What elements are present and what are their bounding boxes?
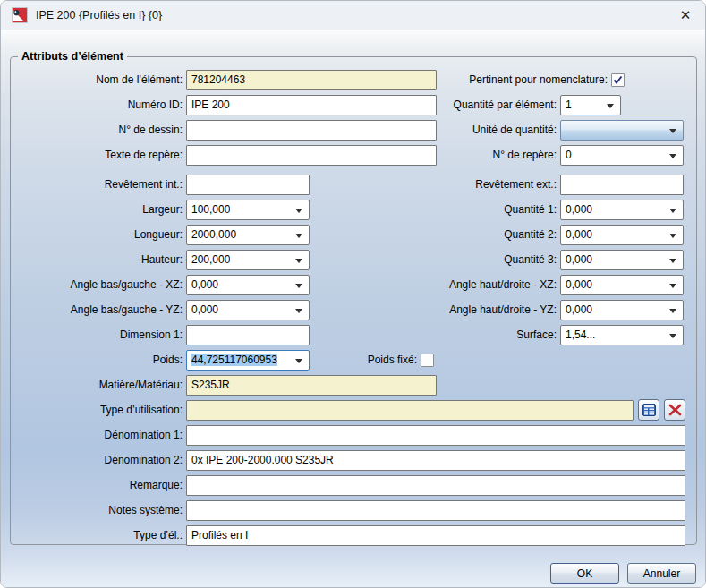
- element-type-input[interactable]: [186, 525, 685, 546]
- combobox-value: 100,000: [191, 203, 230, 216]
- form-row: Largeur: 100,000 Quantité 1: 0,000: [11, 197, 696, 222]
- quantity-unit-combobox[interactable]: [560, 120, 684, 141]
- material-label: Matière/Matériau:: [11, 379, 186, 391]
- mark-number-combobox[interactable]: 0: [560, 145, 684, 166]
- angle-top-right-yz-label: Angle haut/droite - YZ:: [310, 303, 560, 316]
- form-row: Dénomination 2:: [11, 447, 696, 473]
- chevron-down-icon: [295, 359, 302, 363]
- angle-top-right-yz-combobox[interactable]: 0,000: [560, 300, 684, 320]
- material-input[interactable]: [186, 375, 437, 396]
- form-row: Type d’utilisation:: [11, 397, 696, 422]
- groupbox-title: Attributs d’élément: [18, 50, 127, 63]
- combobox-value: 0,000: [566, 253, 592, 266]
- angle-bottom-left-xz-combobox[interactable]: 0,000: [186, 275, 310, 295]
- denomination1-input[interactable]: [186, 425, 685, 446]
- system-notes-input[interactable]: [186, 500, 685, 521]
- form-row: Longueur: 2000,000 Quantité 2: 0,000: [11, 222, 696, 247]
- chevron-down-icon: [295, 284, 302, 288]
- form-row: Dimension 1: Surface: 1,54...: [11, 322, 696, 347]
- usage-type-clear-button[interactable]: [664, 399, 685, 421]
- dimension1-input[interactable]: [186, 325, 310, 345]
- id-number-label: Numéro ID:: [11, 98, 186, 111]
- quantity-unit-label: Unité de quantité:: [437, 124, 560, 136]
- cancel-button[interactable]: Annuler: [627, 563, 696, 584]
- close-button[interactable]: ✕: [666, 1, 705, 30]
- denomination2-input[interactable]: [186, 450, 685, 471]
- element-name-input[interactable]: [186, 70, 437, 90]
- chevron-down-icon: [669, 259, 676, 263]
- mark-text-label: Texte de repère:: [11, 149, 186, 161]
- denomination2-label: Dénomination 2:: [11, 454, 186, 466]
- form-row: Revêtement int.: Revêtement ext.:: [11, 172, 696, 197]
- combobox-value: 0,000: [566, 303, 592, 316]
- combobox-value: 1,54...: [566, 328, 595, 341]
- ok-button[interactable]: OK: [550, 563, 619, 584]
- drawing-number-input[interactable]: [186, 120, 437, 141]
- width-combobox[interactable]: 100,000: [186, 200, 310, 220]
- chevron-down-icon: [607, 104, 614, 108]
- pertinent-checkbox[interactable]: [611, 73, 625, 87]
- remark-input[interactable]: [186, 475, 685, 496]
- quantity2-label: Quantité 2:: [310, 228, 560, 241]
- element-attributes-dialog: IPE 200 {Profilés en I} {0} ✕ Attributs …: [0, 0, 706, 588]
- angle-top-right-xz-combobox[interactable]: 0,000: [560, 275, 684, 295]
- angle-bottom-left-yz-combobox[interactable]: 0,000: [186, 300, 310, 320]
- combobox-value: 0,000: [566, 278, 592, 291]
- form-row: Dénomination 1:: [11, 422, 696, 447]
- window-title: IPE 200 {Profilés en I} {0}: [36, 9, 162, 21]
- drawing-number-label: N° de dessin:: [11, 124, 186, 136]
- weight-label: Poids:: [11, 354, 186, 366]
- list-view-icon: [642, 404, 656, 416]
- attributes-groupbox: Attributs d’élément Nom de l’élément: Pe…: [10, 50, 697, 545]
- quantity3-label: Quantité 3:: [310, 253, 560, 266]
- qty-per-element-combobox[interactable]: 1: [560, 95, 621, 115]
- combobox-value: 1: [566, 98, 572, 111]
- dialog-footer: OK Annuler: [550, 563, 696, 584]
- combobox-value: 0: [566, 149, 572, 161]
- chevron-down-icon: [669, 309, 676, 313]
- form-row: Angle bas/gauche - YZ: 0,000 Angle haut/…: [11, 297, 696, 322]
- mark-number-label: N° de repère:: [437, 149, 560, 161]
- chevron-down-icon: [295, 259, 302, 263]
- remark-label: Remarque:: [11, 479, 186, 491]
- chevron-down-icon: [295, 309, 302, 313]
- surface-combobox[interactable]: 1,54...: [560, 325, 684, 345]
- form-row: Type d’él.:: [11, 523, 696, 548]
- red-x-icon: [668, 404, 682, 416]
- coating-int-input[interactable]: [186, 175, 310, 195]
- dimension1-label: Dimension 1:: [11, 328, 186, 341]
- length-combobox[interactable]: 2000,000: [186, 225, 310, 245]
- combobox-value: 0,000: [566, 228, 592, 241]
- chevron-down-icon: [669, 154, 676, 158]
- surface-label: Surface:: [310, 328, 560, 341]
- qty-per-element-box: 1: [560, 95, 684, 115]
- weight-combobox[interactable]: 44,725117060953: [186, 350, 310, 371]
- usage-type-input[interactable]: [186, 400, 634, 421]
- element-name-label: Nom de l’élément:: [11, 73, 186, 86]
- form-row: Texte de repère: N° de repère: 0: [11, 142, 696, 167]
- mark-text-input[interactable]: [186, 145, 437, 166]
- form-row: Notes système:: [11, 498, 696, 523]
- form-row: Angle bas/gauche - XZ: 0,000 Angle haut/…: [11, 272, 696, 297]
- coating-ext-input[interactable]: [560, 175, 684, 195]
- chevron-down-icon: [669, 209, 676, 213]
- angle-bottom-left-yz-label: Angle bas/gauche - YZ:: [11, 303, 186, 316]
- quantity3-combobox[interactable]: 0,000: [560, 250, 684, 270]
- combobox-value: 0,000: [566, 203, 592, 216]
- height-label: Hauteur:: [11, 253, 186, 266]
- usage-type-picker-button[interactable]: [638, 399, 659, 421]
- form-row: Hauteur: 200,000 Quantité 3: 0,000: [11, 247, 696, 272]
- quantity2-combobox[interactable]: 0,000: [560, 225, 684, 245]
- pertinent-label: Pertinent pour nomenclature:: [437, 73, 611, 86]
- quantity1-combobox[interactable]: 0,000: [560, 200, 684, 220]
- usage-type-label: Type d’utilisation:: [11, 404, 186, 416]
- chevron-down-icon: [295, 234, 302, 238]
- form-row: N° de dessin: Unité de quantité:: [11, 117, 696, 142]
- id-number-input[interactable]: [186, 95, 437, 115]
- height-combobox[interactable]: 200,000: [186, 250, 310, 270]
- combobox-value: 200,000: [191, 253, 230, 266]
- combobox-value: 2000,000: [191, 228, 236, 241]
- combobox-value: 0,000: [191, 303, 218, 316]
- weight-fixed-checkbox[interactable]: [421, 354, 434, 367]
- chevron-down-icon: [669, 129, 676, 133]
